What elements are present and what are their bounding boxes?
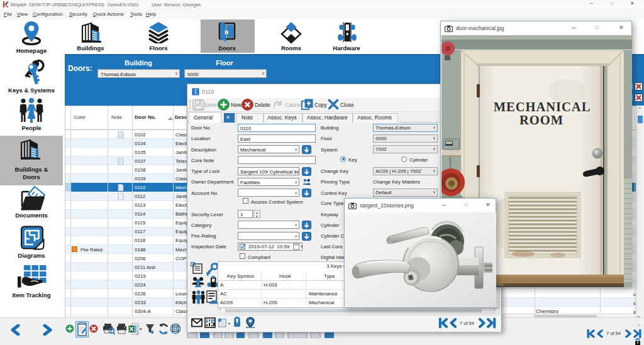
svg-text:ROOM: ROOM (519, 113, 564, 127)
svg-text:MECHANICAL: MECHANICAL (494, 100, 591, 114)
